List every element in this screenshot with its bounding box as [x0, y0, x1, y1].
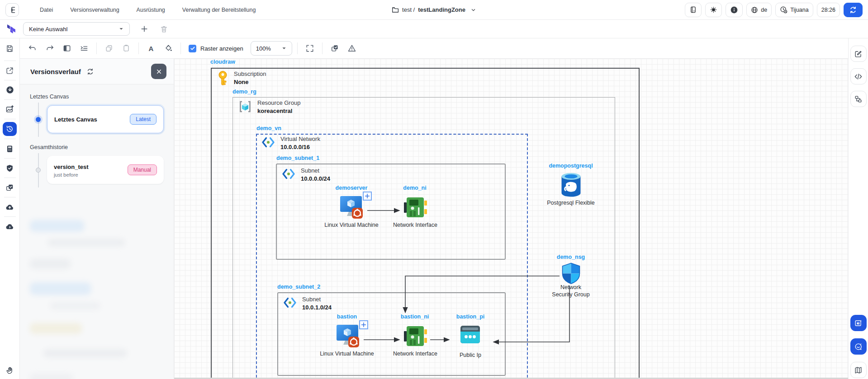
timeline-dot-idle[interactable]	[36, 168, 41, 173]
ai-chat-button[interactable]	[850, 338, 867, 355]
section-latest-label: Letztes Canvas	[30, 94, 164, 100]
refresh-icon[interactable]	[86, 68, 94, 75]
ai-image-button[interactable]	[850, 315, 867, 331]
grid-toggle-label[interactable]: Raster anzeigen	[200, 45, 243, 52]
subnet1-header: Subnet 10.0.0.0/24	[281, 167, 330, 182]
minimap-button[interactable]	[850, 362, 867, 378]
edit-resource-button[interactable]	[850, 46, 867, 62]
save-button[interactable]	[5, 44, 14, 53]
validate-button[interactable]	[3, 181, 17, 194]
policy-shield-button[interactable]	[3, 161, 17, 175]
undo-button[interactable]	[25, 41, 40, 56]
content-row: Versionsverlauf Letztes Canvas L	[20, 59, 848, 379]
latest-badge: Latest	[130, 114, 157, 125]
demoserver-add-button[interactable]	[363, 192, 372, 201]
cloud-deploy-button[interactable]	[3, 220, 17, 233]
demoserver-label[interactable]: demoserver	[336, 185, 368, 191]
latest-canvas-card[interactable]: Letztes Canvas Latest	[47, 105, 164, 133]
demoserver-caption: Linux Virtual Machine	[324, 221, 379, 229]
demo-ni-icon[interactable]	[403, 195, 427, 220]
skeleton-blob	[30, 282, 91, 295]
history-version-row: version_test just before Manual	[30, 156, 164, 184]
layout-list-button[interactable]	[77, 41, 91, 56]
zoom-dropdown[interactable]: 100%	[251, 41, 292, 56]
fullscreen-button[interactable]	[303, 41, 317, 56]
paste-button[interactable]	[119, 41, 133, 56]
bastion-vm-icon[interactable]	[335, 323, 360, 348]
chevron-down-icon	[119, 26, 124, 32]
fill-color-button[interactable]	[161, 41, 175, 56]
delete-selection-button[interactable]	[160, 25, 168, 33]
vnet-label[interactable]: demo_vn	[256, 125, 281, 131]
demopostgresql-icon[interactable]	[560, 172, 582, 198]
cloud-upload-button[interactable]	[3, 200, 17, 214]
top-menubar: Datei Versionsverwaltung Ausrüstung Verw…	[0, 0, 868, 20]
demo-nsg-label[interactable]: demo_nsg	[557, 254, 585, 260]
selection-toolbar: Keine Auswahl	[0, 20, 868, 38]
version-history-panel: Versionsverlauf Letztes Canvas L	[20, 59, 174, 379]
docs-button[interactable]	[685, 3, 702, 17]
timezone-button[interactable]: Tijuana	[775, 3, 813, 17]
demopostgresql-caption: Postgresql Flexible	[544, 199, 598, 206]
redo-button[interactable]	[43, 41, 57, 56]
demo-ni-label[interactable]: demo_ni	[403, 185, 426, 191]
resource-group-header: Resource Group koreacentral	[238, 99, 300, 115]
selection-dropdown[interactable]: Keine Auswahl	[23, 22, 130, 36]
demoserver-vm-icon[interactable]	[338, 194, 364, 220]
bastion-ni-icon[interactable]	[403, 324, 427, 348]
diagram-canvas[interactable]: cloudraw Subscription None	[174, 59, 848, 379]
menu-item-version-management[interactable]: Versionsverwaltung	[70, 7, 119, 13]
bastion-pi-label[interactable]: bastion_pi	[456, 313, 485, 320]
pan-hand-button[interactable]	[6, 366, 14, 374]
panel-close-button[interactable]	[151, 64, 166, 79]
project-switcher[interactable]: test / testLandingZone	[391, 6, 477, 14]
subnet2-label[interactable]: demo_subnet_2	[277, 284, 320, 290]
bastion-add-button[interactable]	[359, 320, 368, 329]
version-name: Letztes Canvas	[54, 116, 97, 123]
zoom-value: 100%	[256, 45, 271, 52]
timer-button[interactable]: 28:26	[817, 3, 840, 17]
bastion-ni-label[interactable]: bastion_ni	[401, 313, 429, 320]
info-button[interactable]	[726, 3, 743, 17]
bastion-ni-caption: Network Interface	[388, 350, 442, 357]
version-history-button[interactable]	[3, 122, 17, 136]
copy-button[interactable]	[102, 41, 116, 56]
subnet1-cidr: 10.0.0.0/24	[301, 175, 330, 183]
menu-item-deployment-management[interactable]: Verwaltung der Bereitstellung	[182, 7, 256, 13]
journal-icon	[689, 6, 697, 14]
bastion-pi-icon[interactable]	[460, 324, 481, 345]
chevron-down-icon	[470, 7, 477, 13]
warnings-button[interactable]	[345, 41, 359, 56]
export-button[interactable]	[3, 64, 17, 77]
resource-group-label[interactable]: demo_rg	[232, 89, 256, 95]
calculator-button[interactable]	[3, 142, 17, 155]
canvas-title-label[interactable]: cloudraw	[210, 59, 235, 65]
bastion-label[interactable]: bastion	[337, 313, 357, 320]
menu-item-file[interactable]: Datei	[40, 7, 53, 13]
sync-button[interactable]	[844, 3, 863, 17]
subnet1-label[interactable]: demo_subnet_1	[276, 155, 319, 161]
toggle-sidebar-button[interactable]	[60, 41, 74, 56]
code-view-button[interactable]	[850, 68, 867, 84]
demopostgresql-label[interactable]: demopostgresql	[549, 163, 593, 169]
demo-nsg-icon[interactable]	[561, 262, 581, 285]
subnet2-cidr: 10.0.1.0/24	[302, 304, 332, 312]
text-color-button[interactable]: A	[144, 41, 158, 56]
topbar-actions: de Tijuana 28:26	[685, 3, 863, 17]
apply-changes-button[interactable]	[327, 41, 342, 56]
subscription-name: None	[234, 78, 266, 86]
version-test-card[interactable]: version_test just before Manual	[47, 156, 164, 184]
theme-toggle-button[interactable]	[705, 3, 722, 17]
timeline-dot-active[interactable]	[36, 117, 41, 122]
grid-toggle-checkbox[interactable]	[189, 45, 196, 52]
exit-app-button[interactable]	[5, 3, 19, 17]
menu-item-equipment[interactable]: Ausrüstung	[137, 7, 165, 13]
language-button[interactable]: de	[746, 3, 772, 17]
add-selection-button[interactable]	[140, 24, 149, 33]
resource-tree-button[interactable]	[850, 91, 867, 107]
image-upload-button[interactable]	[3, 103, 17, 116]
vnet-icon	[261, 136, 275, 149]
download-button[interactable]	[3, 83, 17, 97]
version-name: version_test	[54, 164, 89, 170]
panel-header: Versionsverlauf	[20, 59, 174, 84]
